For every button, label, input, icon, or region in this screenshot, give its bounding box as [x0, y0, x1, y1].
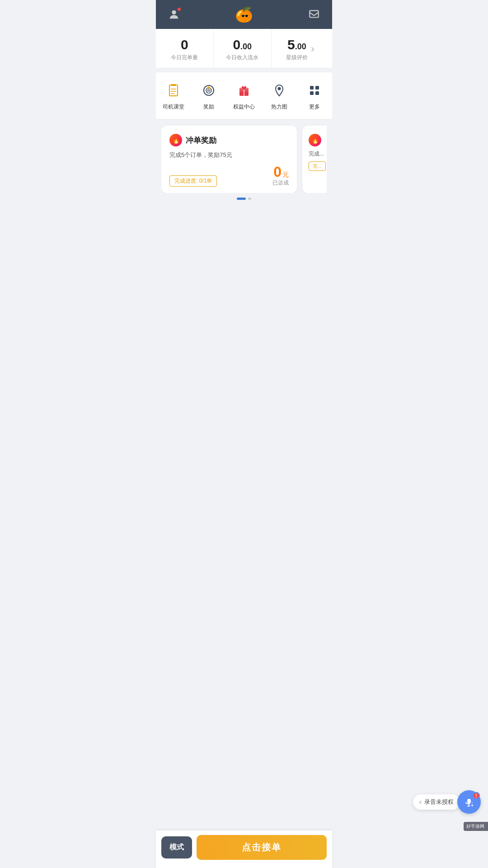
menu-item-driver-class[interactable]: 司机课堂	[156, 79, 191, 113]
svg-rect-17	[310, 91, 314, 95]
benefits-icon	[234, 80, 254, 100]
promo-section: 🔥 冲单奖励 完成5个订单，奖励75元 完成进度: 0/1单 0 元 已达成 🔥…	[156, 119, 332, 204]
menu-item-heatmap[interactable]: 热力图	[262, 79, 297, 113]
header: 🍊 🕶️	[156, 0, 332, 29]
orders-today-stat: 0 今日完单量	[156, 29, 214, 68]
promo-amount-sub: 已达成	[272, 179, 289, 187]
reward-icon	[199, 80, 219, 100]
fire-icon-1: 🔥	[169, 134, 182, 146]
orders-today-label: 今日完单量	[171, 54, 198, 61]
income-today-value: 0.00	[233, 37, 252, 52]
rating-value: 5.00	[287, 37, 306, 52]
svg-point-14	[278, 87, 281, 90]
heatmap-icon	[269, 80, 289, 100]
promo-card-2-peek-tag: 完...	[309, 161, 326, 171]
svg-point-9	[208, 87, 210, 89]
app-logo: 🍊 🕶️	[235, 7, 253, 22]
income-today-label: 今日收入流水	[226, 54, 258, 61]
promo-card-1-amount: 0 元 已达成	[272, 165, 289, 187]
more-icon	[305, 80, 324, 100]
message-button[interactable]	[305, 5, 323, 24]
orders-today-value: 0	[181, 37, 188, 52]
dot-active	[237, 198, 246, 200]
avatar-button[interactable]	[165, 5, 183, 24]
promo-card-1[interactable]: 🔥 冲单奖励 完成5个订单，奖励75元 完成进度: 0/1单 0 元 已达成	[161, 126, 297, 193]
dot-indicator	[161, 198, 327, 200]
income-today-stat: 0.00 今日收入流水	[214, 29, 272, 68]
main-content-area	[156, 204, 332, 376]
heatmap-label: 热力图	[271, 103, 287, 111]
svg-rect-2	[169, 85, 178, 96]
rating-stat[interactable]: 5.00 星级评价	[272, 29, 332, 68]
promo-card-1-title: 冲单奖励	[186, 135, 216, 146]
rating-arrow	[310, 46, 318, 52]
fire-icon-2: 🔥	[309, 134, 321, 146]
svg-rect-18	[315, 91, 319, 95]
driver-class-label: 司机课堂	[163, 103, 184, 111]
promo-card-2-peek[interactable]: 🔥 完成... 完...	[302, 126, 327, 193]
driver-class-icon	[164, 80, 183, 100]
promo-card-1-progress: 完成进度: 0/1单	[169, 175, 217, 187]
dot-inactive	[248, 198, 251, 200]
svg-rect-3	[171, 84, 176, 86]
quick-menu: 司机课堂 奖励 权益中心	[156, 72, 332, 119]
promo-scroll: 🔥 冲单奖励 完成5个订单，奖励75元 完成进度: 0/1单 0 元 已达成 🔥…	[161, 126, 327, 193]
reward-label: 奖励	[203, 103, 214, 111]
menu-item-reward[interactable]: 奖励	[191, 79, 226, 113]
menu-item-benefits[interactable]: 权益中心	[226, 79, 262, 113]
notification-badge	[177, 7, 181, 11]
svg-rect-16	[315, 86, 319, 90]
promo-amount-val: 0	[273, 165, 282, 179]
promo-amount-unit: 元	[282, 171, 289, 179]
promo-card-2-peek-text: 完成...	[309, 150, 324, 158]
promo-card-1-desc: 完成5个订单，奖励75元	[169, 151, 289, 159]
svg-point-0	[172, 10, 176, 14]
promo-card-1-header: 🔥 冲单奖励	[169, 134, 289, 146]
more-label: 更多	[309, 103, 320, 111]
svg-rect-15	[310, 86, 314, 90]
promo-card-1-main: 完成进度: 0/1单 0 元 已达成	[169, 165, 289, 187]
rating-label: 星级评价	[286, 54, 308, 61]
stats-row: 0 今日完单量 0.00 今日收入流水 5.00 星级评价	[156, 29, 332, 68]
menu-item-more[interactable]: 更多	[297, 79, 332, 113]
benefits-label: 权益中心	[233, 103, 255, 111]
